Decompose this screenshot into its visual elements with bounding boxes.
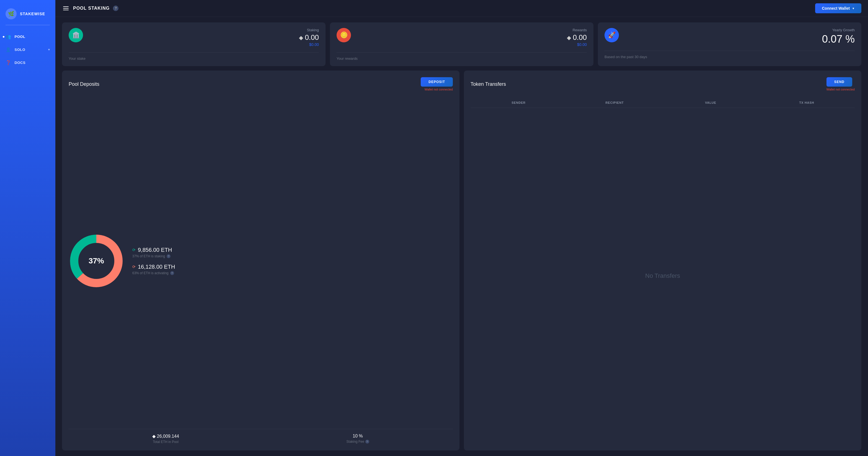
sidebar-item-docs[interactable]: ❓ DOCS bbox=[0, 57, 55, 69]
pool-chart-area: 37% ⟳ 9,856.00 ETH 37% of ETH is staking… bbox=[69, 95, 453, 426]
col-sender: SENDER bbox=[470, 101, 566, 104]
eth-diamond-icon-2: ◆ bbox=[567, 34, 571, 41]
token-transfers-card: Token Transfers SEND Wallet not connecte… bbox=[464, 71, 861, 451]
pool-wallet-warning: Wallet not connected bbox=[421, 88, 453, 91]
sidebar-logo-icon: 🌿 bbox=[5, 8, 17, 20]
content-area: 🏛️ Staking ◆ 0.00 $0.00 Your stake 🪙 bbox=[55, 17, 868, 456]
sidebar-label-docs: DOCS bbox=[15, 61, 26, 65]
pool-footer: ◆ 26,009.144 Total ETH in Pool 10 % Stak… bbox=[69, 429, 453, 444]
transfers-table-header: SENDER RECIPIENT VALUE TX HASH bbox=[470, 98, 855, 108]
sidebar-item-solo[interactable]: 👤 SOLO ▾ bbox=[0, 44, 55, 56]
pool-deposits-title: Pool Deposits bbox=[69, 82, 99, 87]
yearly-growth-number: 0.07 bbox=[822, 33, 842, 45]
pool-deposits-card: Pool Deposits DEPOSIT Wallet not connect… bbox=[62, 71, 460, 451]
yearly-growth-card: 🚀 Yearly Growth 0.07 % Based on the past… bbox=[598, 23, 861, 66]
pool-icon: 👥 bbox=[5, 34, 11, 39]
staking-value: ◆ 0.00 bbox=[88, 33, 319, 42]
activating-pct-label: 63% of ETH is activating bbox=[132, 271, 168, 275]
transfers-title: Token Transfers bbox=[470, 82, 506, 87]
main-content: POOL STAKING ? Connect Wallet ▼ 🏛️ Staki… bbox=[55, 0, 868, 456]
pool-deposits-header: Pool Deposits DEPOSIT Wallet not connect… bbox=[69, 77, 453, 91]
staking-info: Staking ◆ 0.00 $0.00 bbox=[88, 28, 319, 47]
col-value: VALUE bbox=[662, 101, 759, 104]
staking-legend-icon: ⟳ bbox=[132, 248, 135, 252]
no-transfers-message: No Transfers bbox=[470, 108, 855, 444]
rewards-amount: 0.00 bbox=[573, 33, 587, 42]
hamburger-menu[interactable] bbox=[62, 5, 70, 11]
yearly-growth-unit: % bbox=[845, 33, 855, 45]
yearly-growth-footer: Based on the past 30 days bbox=[604, 51, 855, 59]
eth-diamond-icon: ◆ bbox=[299, 34, 303, 41]
sidebar-label-solo: SOLO bbox=[15, 47, 26, 52]
rewards-footer: Your rewards bbox=[337, 52, 587, 61]
header: POOL STAKING ? Connect Wallet ▼ bbox=[55, 0, 868, 17]
staking-footer: Your stake bbox=[69, 52, 319, 61]
staking-usd: $0.00 bbox=[88, 42, 319, 47]
staking-eth-value: 9,856.00 ETH bbox=[138, 247, 172, 253]
send-button[interactable]: SEND bbox=[827, 77, 852, 87]
connect-wallet-button[interactable]: Connect Wallet ▼ bbox=[815, 3, 861, 13]
sidebar: 🌿 STAKEWISE 👥 POOL 👤 SOLO ▾ ❓ DOCS bbox=[0, 0, 55, 456]
chart-legend: ⟳ 9,856.00 ETH 37% of ETH is staking ? ⟳ bbox=[132, 247, 453, 275]
sidebar-logo-text: STAKEWISE bbox=[20, 12, 45, 16]
staking-pct-label: 37% of ETH is staking bbox=[132, 254, 165, 258]
total-eth-label: Total ETH in Pool bbox=[153, 440, 179, 444]
deposit-btn-area: DEPOSIT Wallet not connected bbox=[421, 77, 453, 91]
staking-legend-item: ⟳ 9,856.00 ETH 37% of ETH is staking ? bbox=[132, 247, 453, 258]
donut-percentage: 37% bbox=[89, 257, 104, 265]
deposit-button[interactable]: DEPOSIT bbox=[421, 77, 453, 87]
staking-label: Staking bbox=[88, 28, 319, 32]
activating-eth-value: 16,128.00 ETH bbox=[138, 264, 175, 270]
page-title: POOL STAKING bbox=[73, 6, 110, 11]
staking-help-icon[interactable]: ? bbox=[166, 254, 170, 258]
sidebar-nav: 👥 POOL 👤 SOLO ▾ ❓ DOCS bbox=[0, 31, 55, 69]
staking-card-header: 🏛️ Staking ◆ 0.00 $0.00 bbox=[69, 28, 319, 47]
rewards-card-header: 🪙 Rewards ◆ 0.00 $0.00 bbox=[337, 28, 587, 47]
top-stats-row: 🏛️ Staking ◆ 0.00 $0.00 Your stake 🪙 bbox=[62, 23, 861, 66]
transfers-wallet-warning: Wallet not connected bbox=[827, 88, 855, 91]
staking-legend-label: 37% of ETH is staking ? bbox=[132, 254, 453, 258]
rewards-usd: $0.00 bbox=[355, 42, 587, 47]
staking-fee-value: 10 % bbox=[352, 433, 363, 438]
sidebar-label-pool: POOL bbox=[15, 35, 26, 39]
rewards-card: 🪙 Rewards ◆ 0.00 $0.00 Your rewards bbox=[330, 23, 593, 66]
donut-chart: 37% bbox=[69, 233, 124, 289]
help-icon[interactable]: ? bbox=[113, 5, 119, 11]
sidebar-divider bbox=[5, 25, 50, 25]
solo-icon: 👤 bbox=[5, 47, 11, 52]
dropdown-arrow-icon: ▼ bbox=[852, 7, 855, 10]
staking-amount: 0.00 bbox=[305, 33, 319, 42]
activating-legend-item: ⟳ 16,128.00 ETH 63% of ETH is activating… bbox=[132, 264, 453, 275]
bottom-section: Pool Deposits DEPOSIT Wallet not connect… bbox=[62, 71, 861, 451]
hamburger-line-3 bbox=[63, 10, 69, 10]
rewards-icon: 🪙 bbox=[337, 28, 351, 42]
rewards-label: Rewards bbox=[355, 28, 587, 32]
docs-icon: ❓ bbox=[5, 60, 11, 65]
connect-wallet-label: Connect Wallet bbox=[822, 6, 850, 10]
yearly-growth-header: 🚀 Yearly Growth 0.07 % bbox=[604, 28, 855, 45]
total-eth-value: ◆ 26,009.144 bbox=[152, 433, 179, 439]
header-left: POOL STAKING ? bbox=[62, 5, 119, 11]
staking-fee-item: 10 % Staking Fee ? bbox=[346, 433, 369, 444]
chevron-down-icon: ▾ bbox=[48, 48, 50, 52]
logo-icon: 🌿 bbox=[8, 11, 14, 17]
col-recipient: RECIPIENT bbox=[566, 101, 662, 104]
yearly-growth-value: 0.07 % bbox=[623, 33, 855, 45]
growth-icon: 🚀 bbox=[604, 28, 619, 42]
rewards-value: ◆ 0.00 bbox=[355, 33, 587, 42]
sidebar-logo: 🌿 STAKEWISE bbox=[0, 5, 55, 25]
staking-fee-text: Staking Fee bbox=[346, 440, 364, 444]
sidebar-item-pool[interactable]: 👥 POOL bbox=[0, 31, 55, 43]
transfers-header: Token Transfers SEND Wallet not connecte… bbox=[470, 77, 855, 91]
staking-legend-value: ⟳ 9,856.00 ETH bbox=[132, 247, 453, 253]
fee-help-icon[interactable]: ? bbox=[365, 440, 369, 444]
activating-legend-label: 63% of ETH is activating ? bbox=[132, 271, 453, 275]
yearly-growth-label: Yearly Growth bbox=[623, 28, 855, 32]
rewards-info: Rewards ◆ 0.00 $0.00 bbox=[355, 28, 587, 47]
yearly-growth-info: Yearly Growth 0.07 % bbox=[623, 28, 855, 45]
hamburger-line-2 bbox=[63, 8, 69, 8]
hamburger-line-1 bbox=[63, 6, 69, 7]
col-txhash: TX HASH bbox=[759, 101, 855, 104]
activating-legend-icon: ⟳ bbox=[132, 264, 135, 269]
activating-help-icon[interactable]: ? bbox=[170, 271, 174, 275]
